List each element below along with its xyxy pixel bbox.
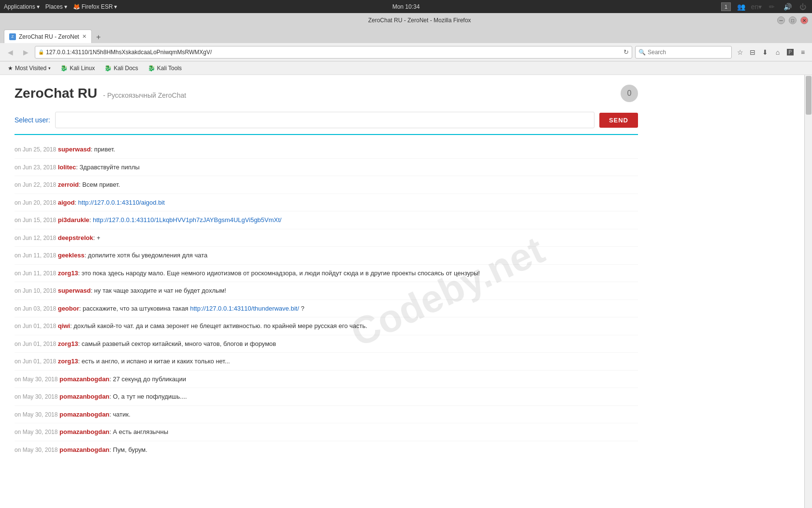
forward-button[interactable]: ▶ — [19, 46, 32, 59]
pen-icon[interactable]: ✏ — [767, 1, 777, 12]
msg-text: : + — [93, 234, 101, 241]
bookmark-kali-docs[interactable]: 🐉 Kali Docs — [101, 64, 142, 73]
msg-date: on Jun 01, 2018 — [14, 323, 56, 329]
bookmark-kali-linux[interactable]: 🐉 Kali Linux — [57, 64, 99, 73]
tab-label: ZeroChat RU - ZeroNet — [19, 33, 79, 40]
msg-author: superwasd — [58, 287, 91, 294]
bookmark-kali-linux-label: Kali Linux — [70, 65, 95, 72]
msg-text: : О, а тут не пофлудишь.... — [109, 393, 187, 400]
msg-author: zorg13 — [58, 358, 78, 365]
bookmark-kali-tools[interactable]: 🐉 Kali Tools — [144, 64, 186, 73]
msg-author: pomazanbogdan — [59, 411, 109, 418]
msg-date: on Jun 12, 2018 — [14, 235, 56, 241]
bookmark-most-visited-icon: ★ — [8, 65, 13, 72]
msg-date: on Jun 20, 2018 — [14, 199, 56, 206]
lang-indicator[interactable]: en ▾ — [751, 1, 762, 12]
msg-author: pi3darukle — [58, 216, 89, 224]
msg-link[interactable]: http://127.0.0.1:43110/1LkqbHVV1ph7zJAYB… — [93, 216, 282, 224]
close-button[interactable]: ✕ — [800, 16, 808, 24]
chat-messages: on Jun 25, 2018 superwasd: привет.on Jun… — [14, 141, 638, 458]
menu-icon[interactable]: ≡ — [798, 47, 808, 58]
bookmarks-bar: ★ Most Visited ▾ 🐉 Kali Linux 🐉 Kali Doc… — [0, 61, 812, 75]
home-icon[interactable]: ⌂ — [772, 47, 783, 58]
lang-chevron-icon: ▾ — [758, 3, 762, 11]
user-badge[interactable]: 0 — [621, 85, 638, 102]
msg-date: on May 30, 2018 — [14, 376, 58, 383]
message-input-area: Select user: SEND — [14, 112, 638, 135]
pocket-icon[interactable]: 🅿 — [785, 47, 796, 58]
search-input[interactable] — [648, 49, 728, 56]
msg-date: on Jun 25, 2018 — [14, 146, 56, 153]
bookmark-most-visited[interactable]: ★ Most Visited ▾ — [4, 64, 55, 73]
active-tab[interactable]: Z ZeroChat RU - ZeroNet ✕ — [4, 30, 92, 43]
message-row: on Jun 10, 2018 superwasd: ну так чаще з… — [14, 282, 638, 300]
msg-text: : Пум, бурум. — [109, 446, 147, 453]
power-icon[interactable]: ⏻ — [798, 1, 808, 12]
message-row: on May 30, 2018 pomazanbogdan: Пум, буру… — [14, 441, 638, 459]
message-row: on Jun 11, 2018 zorg13: это пока здесь н… — [14, 265, 638, 283]
message-row: on Jun 11, 2018 geekless: допилите хотя … — [14, 247, 638, 265]
maximize-button[interactable]: □ — [789, 16, 797, 24]
msg-text: : расскажите, что за штуковина такая — [79, 305, 190, 312]
back-button[interactable]: ◀ — [4, 46, 16, 59]
msg-text: : дохлый какой-то чат. да и сама зеронет… — [70, 322, 367, 329]
scrollbar[interactable] — [804, 75, 812, 508]
msg-date: on Jun 11, 2018 — [14, 270, 56, 277]
os-topbar: Applications ▾ Places ▾ 🦊 Firefox ESR ▾ … — [0, 0, 812, 13]
users-icon[interactable]: 👥 — [736, 1, 746, 12]
msg-text: : 27 секунд до публикации — [109, 375, 186, 383]
firefox-chevron-icon: ▾ — [114, 3, 117, 10]
message-row: on May 30, 2018 pomazanbogdan: А есть ан… — [14, 423, 638, 441]
msg-date: on Jun 22, 2018 — [14, 181, 56, 188]
places-menu[interactable]: Places ▾ — [45, 3, 67, 10]
address-bar-right: 🔍 ☆ ⊟ ⬇ ⌂ 🅿 ≡ — [635, 46, 808, 59]
bookmark-chevron-icon: ▾ — [48, 66, 51, 71]
search-icon: 🔍 — [638, 49, 646, 56]
msg-text: : — [89, 216, 93, 224]
window-controls: ─ □ ✕ — [777, 16, 808, 24]
message-row: on Jun 12, 2018 deepstrelok: + — [14, 229, 638, 247]
firefox-menu[interactable]: 🦊 Firefox ESR ▾ — [73, 3, 117, 10]
msg-date: on Jun 15, 2018 — [14, 217, 56, 224]
download-icon[interactable]: ⬇ — [760, 47, 770, 58]
msg-author: geobor — [58, 305, 79, 312]
msg-text: : это пока здесь народу мало. Еще немног… — [78, 269, 480, 277]
msg-author: pomazanbogdan — [59, 375, 109, 383]
msg-link[interactable]: http://127.0.0.1:43110/thunderwave.bit/ — [190, 305, 299, 312]
reader-icon[interactable]: ⊟ — [747, 47, 758, 58]
msg-link[interactable]: http://127.0.0.1:43110/aigod.bit — [78, 199, 165, 206]
send-button[interactable]: SEND — [599, 113, 638, 128]
kali-linux-icon: 🐉 — [60, 65, 68, 72]
reload-button[interactable]: ↻ — [624, 48, 629, 56]
workspace-indicator[interactable]: 1 — [721, 2, 731, 11]
msg-author: pomazanbogdan — [59, 393, 109, 400]
scroll-thumb[interactable] — [806, 76, 812, 115]
message-input[interactable] — [55, 112, 594, 128]
title-area: ZeroChat RU - Русскоязычный ZeroChat — [14, 86, 186, 101]
bookmark-kali-docs-label: Kali Docs — [114, 65, 138, 72]
message-row: on Jun 23, 2018 lolitec: Здравствуйте пи… — [14, 159, 638, 177]
volume-icon[interactable]: 🔊 — [782, 1, 793, 12]
new-tab-button[interactable]: + — [93, 31, 104, 43]
message-row: on Jun 01, 2018 zorg13: есть и англо, и … — [14, 353, 638, 371]
msg-author: lolitec — [58, 164, 76, 171]
msg-date: on May 30, 2018 — [14, 447, 58, 453]
message-row: on Jun 22, 2018 zerroid: Всем привет. — [14, 176, 638, 194]
select-user-label: Select user: — [14, 116, 50, 124]
message-row: on May 30, 2018 pomazanbogdan: 27 секунд… — [14, 371, 638, 388]
message-row: on May 30, 2018 pomazanbogdan: чатик. — [14, 406, 638, 424]
firefox-label: Firefox ESR — [82, 3, 113, 10]
msg-date: on May 30, 2018 — [14, 429, 58, 435]
tab-close-button[interactable]: ✕ — [82, 33, 87, 40]
msg-date: on May 30, 2018 — [14, 393, 58, 400]
star-icon[interactable]: ☆ — [735, 47, 745, 58]
msg-author: pomazanbogdan — [59, 428, 109, 435]
toolbar-icons: ☆ ⊟ ⬇ ⌂ 🅿 ≡ — [735, 47, 808, 58]
applications-menu[interactable]: Applications ▾ — [4, 3, 40, 10]
bookmark-most-visited-label: Most Visited — [15, 65, 46, 72]
url-input[interactable] — [46, 49, 622, 56]
url-bar-container: 🔒 ↻ — [35, 46, 632, 59]
minimize-button[interactable]: ─ — [777, 16, 785, 24]
msg-date: on Jun 01, 2018 — [14, 358, 56, 365]
zerochat-header: ZeroChat RU - Русскоязычный ZeroChat 0 — [14, 85, 638, 102]
